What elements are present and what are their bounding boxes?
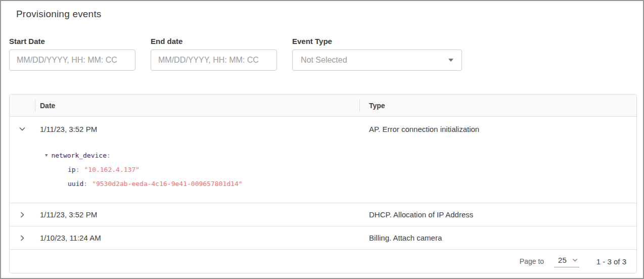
event-details-json: ▼ network_device: ip: "10.162.4.137" uui… — [10, 141, 636, 203]
json-collapse-toggler-icon[interactable]: ▼ — [45, 153, 48, 158]
header-divider — [359, 100, 360, 112]
row-main[interactable]: 1/10/23, 11:24 AM Billing. Attach camera — [10, 226, 636, 249]
date-column-header: Date — [35, 102, 359, 110]
event-type-label: Event Type — [292, 37, 462, 45]
page-title: Provisioning events — [16, 9, 102, 20]
json-separator: : — [76, 166, 80, 173]
table-row: 1/11/23, 3:52 PM AP. Error connection in… — [10, 117, 636, 203]
row-date: 1/11/23, 3:52 PM — [35, 210, 359, 219]
json-key: ip — [68, 166, 76, 173]
row-date: 1/11/23, 3:52 PM — [35, 125, 359, 133]
json-key: uuid — [68, 180, 83, 188]
end-date-filter: End date — [151, 37, 277, 71]
end-date-input[interactable] — [151, 50, 277, 71]
page-to-label: Page to — [520, 257, 544, 265]
row-type: AP. Error connection initialization — [359, 125, 636, 133]
start-date-input[interactable] — [9, 50, 135, 71]
row-main[interactable]: 1/11/23, 3:52 PM DHCP. Allocation of IP … — [10, 203, 636, 226]
chevron-down-icon — [572, 257, 578, 263]
collapse-row-button[interactable] — [10, 117, 35, 141]
table-row: 1/11/23, 3:52 PM DHCP. Allocation of IP … — [10, 203, 636, 226]
json-string-value: "9530d2ab-eeda-4c16-9e41-009657801d14" — [92, 180, 242, 188]
expand-row-button[interactable] — [10, 203, 35, 226]
end-date-label: End date — [151, 37, 277, 45]
table-footer: Page to 25 1 - 3 of 3 — [10, 250, 636, 273]
json-entry-line: uuid: "9530d2ab-eeda-4c16-9e41-009657801… — [45, 176, 636, 191]
row-type: DHCP. Allocation of IP Address — [359, 210, 636, 219]
event-type-filter: Event Type Not Selected — [292, 37, 462, 71]
json-string-value: "10.162.4.137" — [84, 166, 140, 173]
chevron-right-icon — [18, 234, 26, 242]
provisioning-events-page: Provisioning events Start Date End date … — [0, 0, 644, 279]
start-date-label: Start Date — [9, 37, 135, 45]
chevron-right-icon — [18, 211, 26, 219]
pagination-range: 1 - 3 of 3 — [596, 257, 626, 266]
event-type-selected-value: Not Selected — [301, 56, 347, 65]
type-column-header: Type — [359, 102, 636, 110]
row-type: Billing. Attach camera — [359, 234, 636, 242]
page-size-value: 25 — [558, 256, 567, 264]
table-header: Date Type — [10, 95, 636, 117]
row-main[interactable]: 1/11/23, 3:52 PM AP. Error connection in… — [10, 117, 636, 141]
page-size-select[interactable]: 25 — [554, 256, 579, 267]
dropdown-arrow-icon — [448, 59, 453, 62]
json-separator: : — [83, 180, 87, 188]
event-type-select[interactable]: Not Selected — [292, 50, 462, 71]
json-root-line[interactable]: ▼ network_device: — [45, 148, 636, 162]
header-divider — [35, 100, 35, 112]
chevron-down-icon — [18, 125, 26, 133]
filters-bar: Start Date End date Event Type Not Selec… — [9, 37, 462, 71]
events-table: Date Type 1/11/23, 3:52 PM AP. Error con… — [9, 94, 637, 273]
expand-row-button[interactable] — [10, 226, 35, 249]
json-key: network_device — [51, 152, 107, 159]
row-date: 1/10/23, 11:24 AM — [35, 234, 359, 242]
json-separator: : — [107, 152, 111, 159]
start-date-filter: Start Date — [9, 37, 135, 71]
json-entry-line: ip: "10.162.4.137" — [45, 162, 636, 176]
table-row: 1/10/23, 11:24 AM Billing. Attach camera — [10, 226, 636, 250]
